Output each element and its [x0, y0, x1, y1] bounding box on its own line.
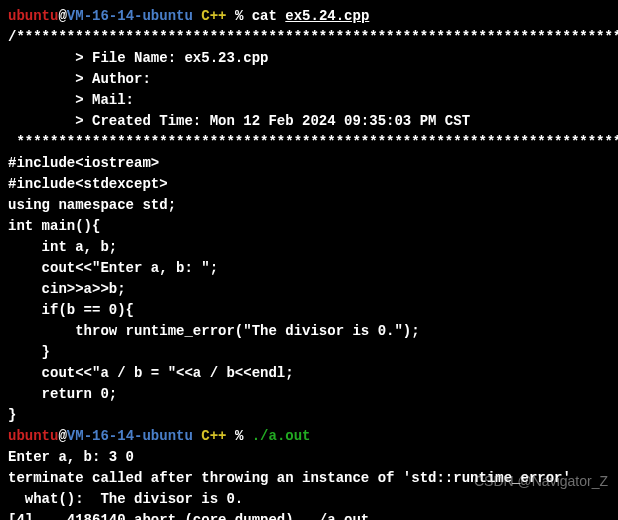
output-abort: [4] 4186140 abort (core dumped) ./a.out [8, 510, 610, 520]
file-name-line: > File Name: ex5.23.cpp [8, 48, 610, 69]
using-namespace: using namespace std; [8, 195, 610, 216]
watermark: CSDN @Navigator_Z [474, 471, 608, 492]
created-line: > Created Time: Mon 12 Feb 2024 09:35:03… [8, 111, 610, 132]
command-exec: ./a.out [252, 428, 311, 444]
output-what: what(): The divisor is 0. [8, 489, 610, 510]
main-decl: int main(){ [8, 216, 610, 237]
include-iostream: #include<iostream> [8, 153, 610, 174]
prompt-line-2[interactable]: ubuntu@VM-16-14-ubuntu C++ % ./a.out [8, 426, 610, 447]
if-check: if(b == 0){ [8, 300, 610, 321]
cout-prompt: cout<<"Enter a, b: "; [8, 258, 610, 279]
command-cat: cat [252, 8, 286, 24]
user: ubuntu [8, 8, 58, 24]
cin-read: cin>>a>>b; [8, 279, 610, 300]
author-line: > Author: [8, 69, 610, 90]
include-stdexcept: #include<stdexcept> [8, 174, 610, 195]
at-sign: @ [58, 428, 66, 444]
throw-error: throw runtime_error("The divisor is 0.")… [8, 321, 610, 342]
mail-line: > Mail: [8, 90, 610, 111]
prompt-symbol: % [235, 8, 252, 24]
return: return 0; [8, 384, 610, 405]
cout-result: cout<<"a / b = "<<a / b<<endl; [8, 363, 610, 384]
cwd: C++ [193, 428, 235, 444]
comment-close: ****************************************… [8, 132, 610, 153]
brace-close-main: } [8, 405, 610, 426]
cwd: C++ [193, 8, 235, 24]
hostname: VM-16-14-ubuntu [67, 428, 193, 444]
prompt-line-1[interactable]: ubuntu@VM-16-14-ubuntu C++ % cat ex5.24.… [8, 6, 610, 27]
user: ubuntu [8, 428, 58, 444]
prompt-symbol: % [235, 428, 252, 444]
brace-close-if: } [8, 342, 610, 363]
at-sign: @ [58, 8, 66, 24]
command-arg: ex5.24.cpp [285, 8, 369, 24]
var-decl: int a, b; [8, 237, 610, 258]
comment-open: /***************************************… [8, 27, 610, 48]
output-enter: Enter a, b: 3 0 [8, 447, 610, 468]
hostname: VM-16-14-ubuntu [67, 8, 193, 24]
